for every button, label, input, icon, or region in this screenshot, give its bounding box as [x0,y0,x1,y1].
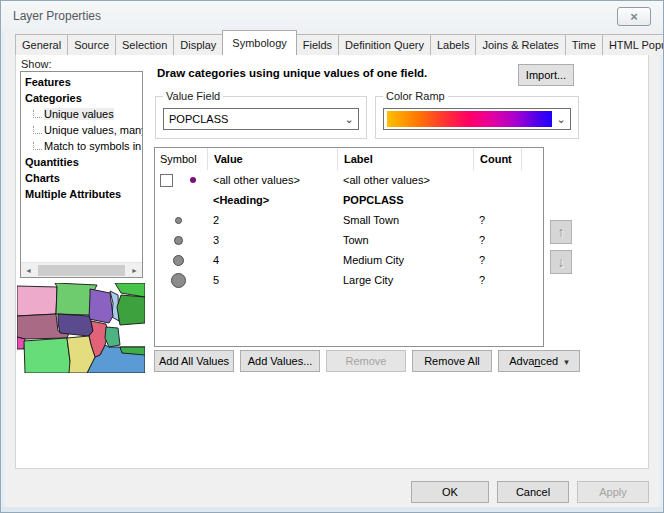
tree-horizontal-scrollbar[interactable]: ◄ ► [21,262,142,277]
title-bar[interactable]: Layer Properties × [1,1,663,31]
tab-selection[interactable]: Selection [115,34,174,55]
close-icon[interactable]: × [617,7,651,26]
window-frame-right [659,29,663,512]
value-symbol[interactable] [171,273,186,288]
value-field-selected-value: POPCLASS [164,113,340,125]
chevron-down-icon[interactable]: ⌄ [340,113,358,126]
advanced-button[interactable]: Advanced▾ [498,350,580,372]
column-header-value[interactable]: Value [207,148,337,170]
value-symbol[interactable] [175,217,182,224]
symbology-tab-page: Show: Features Categories Unique values … [15,54,649,469]
value-symbol[interactable] [173,255,184,266]
tab-bar: General Source Selection Display Symbolo… [15,34,664,55]
tab-general[interactable]: General [15,34,68,55]
color-ramp-select[interactable]: ⌄ [383,108,571,130]
table-row-value-2[interactable]: 2 Small Town ? [155,210,543,230]
table-header-row: Symbol Value Label Count [155,148,543,170]
method-description: Draw categories using unique values of o… [157,67,427,79]
unique-values-table: Symbol Value Label Count <all other valu… [154,147,544,347]
table-row-value-5[interactable]: 5 Large City ? [155,270,543,290]
tab-time[interactable]: Time [565,34,603,55]
apply-button[interactable]: Apply [577,481,649,503]
column-header-symbol[interactable]: Symbol [155,148,207,170]
tree-item-quantities[interactable]: Quantities [25,154,142,170]
add-all-values-button[interactable]: Add All Values [154,350,234,372]
column-header-count[interactable]: Count [473,148,521,170]
tab-labels[interactable]: Labels [430,34,476,55]
value-field-label: Value Field [163,90,223,102]
tree-item-multiple-attributes[interactable]: Multiple Attributes [25,186,142,202]
window-frame-bottom [1,507,663,512]
value-symbol[interactable] [174,236,183,245]
tree-item-charts[interactable]: Charts [25,170,142,186]
move-up-button[interactable]: ↑ [550,220,572,244]
remove-all-button[interactable]: Remove All [412,350,492,372]
scroll-left-icon[interactable]: ◄ [21,267,36,274]
move-down-button[interactable]: ↓ [550,250,572,274]
tab-source[interactable]: Source [67,34,116,55]
column-header-label[interactable]: Label [337,148,473,170]
tree-item-unique-values[interactable]: Unique values [25,106,142,122]
window-title: Layer Properties [13,9,101,23]
table-row-value-3[interactable]: 3 Town ? [155,230,543,250]
tab-display[interactable]: Display [173,34,223,55]
state-polygon [105,327,120,347]
state-polygon [17,286,57,316]
add-values-button[interactable]: Add Values... [240,350,320,372]
ok-button[interactable]: OK [411,481,489,503]
state-polygon [58,314,93,336]
tab-symbology[interactable]: Symbology [222,30,296,55]
state-polygon [24,338,72,373]
state-polygon [89,289,113,323]
tree-branch-line [33,126,42,134]
state-polygon [115,283,145,297]
arrow-up-icon: ↑ [558,224,565,240]
tree-item-unique-values-many[interactable]: Unique values, many [25,122,142,138]
remove-button[interactable]: Remove [326,350,406,372]
tab-fields[interactable]: Fields [296,34,339,55]
arrow-down-icon: ↓ [558,254,565,270]
color-ramp-label: Color Ramp [383,90,448,102]
tab-definition-query[interactable]: Definition Query [338,34,431,55]
table-row-all-other-values[interactable]: <all other values> <all other values> [155,170,543,190]
all-other-values-symbol[interactable] [190,177,196,183]
tree-branch-line [33,142,42,150]
table-row-value-4[interactable]: 4 Medium City ? [155,250,543,270]
tree-item-features[interactable]: Features [25,74,142,90]
chevron-down-icon[interactable]: ⌄ [552,113,570,126]
state-polygon [117,295,145,325]
scrollbar-thumb[interactable] [38,265,125,276]
table-row-heading[interactable]: <Heading> POPCLASS [155,190,543,210]
value-field-group: Value Field POPCLASS ⌄ [155,96,367,139]
tree-item-categories[interactable]: Categories [25,90,142,106]
tab-html-popup[interactable]: HTML Popup [602,34,664,55]
tab-joins-relates[interactable]: Joins & Relates [475,34,565,55]
window-frame-left [1,29,5,512]
cancel-button[interactable]: Cancel [497,481,569,503]
scroll-right-icon[interactable]: ► [127,267,142,274]
symbology-method-tree: Features Categories Unique values Unique… [20,71,143,278]
layer-properties-dialog: Layer Properties × General Source Select… [0,0,664,513]
tree-branch-line [33,110,42,118]
tree-item-match-symbols[interactable]: Match to symbols in a [25,138,142,154]
import-button[interactable]: Import... [518,64,574,86]
layer-preview-map [17,283,145,373]
value-field-select[interactable]: POPCLASS ⌄ [163,108,359,130]
column-header-extra [521,148,543,170]
show-label: Show: [21,58,52,70]
color-ramp-preview [387,111,552,127]
dropdown-caret-icon: ▾ [564,357,569,367]
color-ramp-group: Color Ramp ⌄ [375,96,579,139]
all-other-values-checkbox[interactable] [160,174,173,187]
